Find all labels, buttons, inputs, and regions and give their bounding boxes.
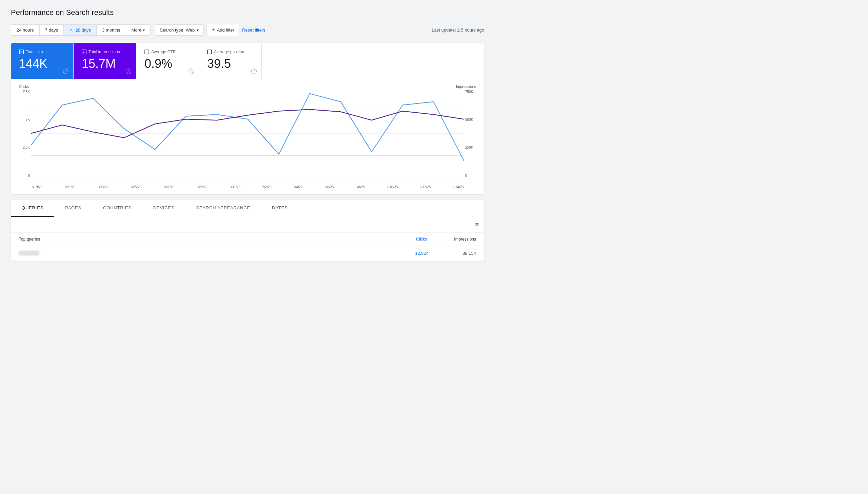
- filter-icon-button[interactable]: ≡: [475, 221, 479, 228]
- filter-icon-row: ≡: [11, 217, 484, 233]
- tab-devices[interactable]: DEVICES: [142, 200, 185, 217]
- tab-dates[interactable]: DATES: [261, 200, 298, 217]
- metrics-row: Total clicks 144K ? Total impressions 15…: [11, 43, 484, 79]
- time-filter-3m[interactable]: 3 months: [97, 25, 126, 35]
- row-impressions: 38,154: [456, 251, 476, 256]
- checkbox-clicks: [19, 50, 24, 54]
- time-filter-group: 24 hours 7 days ✓ 28 days 3 months More: [11, 24, 151, 36]
- metric-spacer: [262, 43, 484, 79]
- chart-svg: [31, 90, 464, 177]
- metric-label-impressions: Total impressions: [82, 50, 128, 54]
- time-filter-24h[interactable]: 24 hours: [11, 25, 40, 35]
- checkbox-ctr: [144, 50, 149, 54]
- info-icon-impressions[interactable]: ?: [126, 69, 131, 74]
- blurred-query: [19, 251, 39, 255]
- metric-label-clicks: Total clicks: [19, 50, 65, 54]
- last-update-text: Last update: 2.5 hours ago: [432, 27, 484, 33]
- reset-filters-button[interactable]: Reset filters: [242, 27, 265, 33]
- th-impressions[interactable]: Impressions: [454, 237, 476, 242]
- metric-value-impressions: 15.7M: [82, 57, 128, 71]
- tab-countries[interactable]: COUNTRIES: [92, 200, 142, 217]
- plus-icon: +: [212, 27, 215, 33]
- metric-avg-ctr[interactable]: Average CTR 0.9% ?: [136, 43, 199, 79]
- search-type-filter[interactable]: Search type: Web: [155, 24, 204, 36]
- time-filter-7d[interactable]: 7 days: [40, 25, 64, 35]
- chevron-down-icon: [197, 27, 199, 33]
- add-filter-button[interactable]: + Add filter: [206, 24, 239, 36]
- bottom-card: QUERIES PAGES COUNTRIES DEVICES SEARCH A…: [11, 200, 484, 261]
- sort-down-icon: ↓: [413, 237, 415, 242]
- chart-area: Clicks Impressions 7.5K 5K 2.5K 0 750K 5…: [11, 79, 484, 194]
- chevron-down-icon: [143, 27, 145, 33]
- filter-icon: ≡: [475, 221, 479, 228]
- y-ticks-left: 7.5K 5K 2.5K 0: [19, 90, 30, 177]
- time-filter-more[interactable]: More: [126, 25, 151, 35]
- th-clicks[interactable]: ↓ Clicks: [413, 237, 427, 242]
- info-icon-position[interactable]: ?: [251, 69, 257, 74]
- y-label-left: Clicks: [19, 84, 29, 89]
- metric-total-clicks[interactable]: Total clicks 144K ?: [11, 43, 74, 79]
- info-icon-clicks[interactable]: ?: [63, 69, 68, 74]
- tab-search-appearance[interactable]: SEARCH APPEARANCE: [185, 200, 261, 217]
- tab-pages[interactable]: PAGES: [54, 200, 92, 217]
- th-top-queries: Top queries: [19, 237, 413, 242]
- time-filter-28d[interactable]: ✓ 28 days: [64, 25, 97, 35]
- y-label-right: Impressions: [456, 84, 476, 89]
- metric-avg-position[interactable]: Average position 39.5 ?: [199, 43, 262, 79]
- filter-group: Search type: Web + Add filter Reset filt…: [155, 24, 265, 36]
- row-clicks: 12,824: [408, 251, 429, 256]
- checkbox-impressions: [82, 50, 86, 54]
- metrics-card: Total clicks 144K ? Total impressions 15…: [11, 43, 484, 194]
- metric-total-impressions[interactable]: Total impressions 15.7M ?: [74, 43, 136, 79]
- metric-value-ctr: 0.9%: [144, 57, 191, 71]
- row-query: [19, 251, 408, 255]
- checkbox-position: [207, 50, 212, 54]
- tabs-row: QUERIES PAGES COUNTRIES DEVICES SEARCH A…: [11, 200, 484, 217]
- page-title: Performance on Search results: [11, 8, 484, 17]
- checkmark-icon: ✓: [69, 27, 73, 33]
- toolbar: 24 hours 7 days ✓ 28 days 3 months More …: [11, 24, 484, 36]
- metric-value-clicks: 144K: [19, 57, 65, 71]
- table-row: 12,824 38,154: [11, 246, 484, 261]
- info-icon-ctr[interactable]: ?: [189, 69, 194, 74]
- metric-value-position: 39.5: [207, 57, 253, 71]
- table-header: Top queries ↓ Clicks Impressions: [11, 233, 484, 246]
- y-ticks-right: 750K 500K 250K 0: [465, 90, 481, 177]
- metric-label-ctr: Average CTR: [144, 50, 191, 54]
- tab-queries[interactable]: QUERIES: [11, 200, 54, 217]
- metric-label-position: Average position: [207, 50, 253, 54]
- chart-x-labels: 1/19/25 1/21/25 1/23/25 1/25/25 1/27/25 …: [31, 185, 464, 189]
